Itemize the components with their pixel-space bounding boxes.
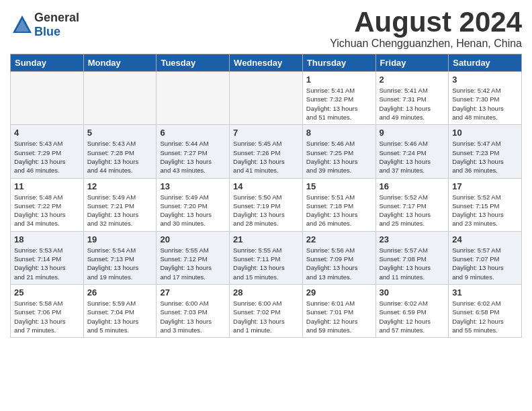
day-number: 1 xyxy=(306,75,372,85)
calendar-cell: 1Sunrise: 5:41 AMSunset: 7:32 PMDaylight… xyxy=(302,72,375,125)
day-number: 28 xyxy=(233,287,299,298)
day-info: Sunrise: 5:42 AMSunset: 7:30 PMDaylight:… xyxy=(452,86,518,122)
calendar-cell: 4Sunrise: 5:43 AMSunset: 7:29 PMDaylight… xyxy=(11,125,84,178)
col-wednesday: Wednesday xyxy=(230,54,303,72)
calendar-cell: 20Sunrise: 5:55 AMSunset: 7:12 PMDayligh… xyxy=(157,231,230,284)
calendar-cell: 16Sunrise: 5:52 AMSunset: 7:17 PMDayligh… xyxy=(375,178,449,231)
calendar-cell: 6Sunrise: 5:44 AMSunset: 7:27 PMDaylight… xyxy=(157,125,230,178)
day-info: Sunrise: 5:54 AMSunset: 7:13 PMDaylight:… xyxy=(87,246,153,281)
calendar-cell: 13Sunrise: 5:49 AMSunset: 7:20 PMDayligh… xyxy=(157,178,230,231)
day-info: Sunrise: 5:41 AMSunset: 7:32 PMDaylight:… xyxy=(306,86,372,122)
calendar-cell: 8Sunrise: 5:46 AMSunset: 7:25 PMDaylight… xyxy=(302,125,375,178)
week-row: 1Sunrise: 5:41 AMSunset: 7:32 PMDaylight… xyxy=(11,72,522,125)
calendar-cell xyxy=(230,72,303,125)
calendar-cell: 23Sunrise: 5:57 AMSunset: 7:08 PMDayligh… xyxy=(375,231,449,284)
day-info: Sunrise: 5:46 AMSunset: 7:24 PMDaylight:… xyxy=(380,139,445,175)
day-number: 23 xyxy=(380,234,445,244)
calendar-cell: 30Sunrise: 6:02 AMSunset: 6:59 PMDayligh… xyxy=(375,284,449,337)
calendar-cell: 22Sunrise: 5:56 AMSunset: 7:09 PMDayligh… xyxy=(302,231,375,284)
day-info: Sunrise: 5:59 AMSunset: 7:04 PMDaylight:… xyxy=(87,299,153,334)
calendar-cell: 18Sunrise: 5:53 AMSunset: 7:14 PMDayligh… xyxy=(11,231,84,284)
calendar-cell xyxy=(11,72,84,125)
calendar-cell: 7Sunrise: 5:45 AMSunset: 7:26 PMDaylight… xyxy=(230,125,303,178)
day-info: Sunrise: 5:45 AMSunset: 7:26 PMDaylight:… xyxy=(233,139,299,175)
calendar-cell: 3Sunrise: 5:42 AMSunset: 7:30 PMDaylight… xyxy=(449,72,522,125)
day-number: 3 xyxy=(452,75,518,85)
day-info: Sunrise: 5:49 AMSunset: 7:21 PMDaylight:… xyxy=(87,193,153,228)
page-header: General Blue August 2024 Yichuan Chenggu… xyxy=(10,7,522,50)
day-number: 16 xyxy=(380,181,445,191)
header-row: Sunday Monday Tuesday Wednesday Thursday… xyxy=(11,54,522,72)
day-info: Sunrise: 5:47 AMSunset: 7:23 PMDaylight:… xyxy=(452,139,518,175)
calendar-cell: 27Sunrise: 6:00 AMSunset: 7:03 PMDayligh… xyxy=(157,284,230,337)
day-info: Sunrise: 6:00 AMSunset: 7:03 PMDaylight:… xyxy=(160,299,226,334)
day-info: Sunrise: 5:43 AMSunset: 7:28 PMDaylight:… xyxy=(87,139,153,175)
day-number: 30 xyxy=(380,287,445,298)
title-section: August 2024 Yichuan Chengguanzhen, Henan… xyxy=(330,7,522,50)
day-info: Sunrise: 5:55 AMSunset: 7:11 PMDaylight:… xyxy=(233,246,299,281)
day-number: 24 xyxy=(452,234,518,244)
day-number: 14 xyxy=(233,181,299,191)
calendar-cell: 29Sunrise: 6:01 AMSunset: 7:01 PMDayligh… xyxy=(302,284,375,337)
logo-blue: Blue xyxy=(34,25,60,38)
day-info: Sunrise: 6:01 AMSunset: 7:01 PMDaylight:… xyxy=(306,299,372,334)
day-number: 8 xyxy=(306,128,372,138)
day-number: 15 xyxy=(306,181,372,191)
day-info: Sunrise: 5:48 AMSunset: 7:22 PMDaylight:… xyxy=(14,193,80,228)
calendar-table: Sunday Monday Tuesday Wednesday Thursday… xyxy=(10,54,522,338)
day-number: 29 xyxy=(306,287,372,298)
day-number: 11 xyxy=(14,181,80,191)
day-info: Sunrise: 5:52 AMSunset: 7:15 PMDaylight:… xyxy=(452,193,518,228)
day-number: 26 xyxy=(87,287,153,298)
calendar-cell: 26Sunrise: 5:59 AMSunset: 7:04 PMDayligh… xyxy=(83,284,157,337)
day-info: Sunrise: 5:58 AMSunset: 7:06 PMDaylight:… xyxy=(14,299,80,334)
col-monday: Monday xyxy=(83,54,157,72)
day-number: 6 xyxy=(160,128,226,138)
day-number: 5 xyxy=(87,128,153,138)
calendar-cell: 12Sunrise: 5:49 AMSunset: 7:21 PMDayligh… xyxy=(83,178,157,231)
day-number: 2 xyxy=(380,75,445,85)
calendar-cell: 17Sunrise: 5:52 AMSunset: 7:15 PMDayligh… xyxy=(449,178,522,231)
day-info: Sunrise: 5:46 AMSunset: 7:25 PMDaylight:… xyxy=(306,139,372,175)
day-info: Sunrise: 6:02 AMSunset: 6:59 PMDaylight:… xyxy=(380,299,445,334)
calendar-cell: 15Sunrise: 5:51 AMSunset: 7:18 PMDayligh… xyxy=(302,178,375,231)
col-thursday: Thursday xyxy=(302,54,375,72)
week-row: 4Sunrise: 5:43 AMSunset: 7:29 PMDaylight… xyxy=(11,125,522,178)
day-info: Sunrise: 6:00 AMSunset: 7:02 PMDaylight:… xyxy=(233,299,299,334)
week-row: 25Sunrise: 5:58 AMSunset: 7:06 PMDayligh… xyxy=(11,284,522,337)
day-info: Sunrise: 6:02 AMSunset: 6:58 PMDaylight:… xyxy=(452,299,518,334)
col-saturday: Saturday xyxy=(449,54,522,72)
day-number: 17 xyxy=(452,181,518,191)
day-number: 31 xyxy=(452,287,518,298)
day-info: Sunrise: 5:43 AMSunset: 7:29 PMDaylight:… xyxy=(14,139,80,175)
day-number: 25 xyxy=(14,287,80,298)
day-info: Sunrise: 5:55 AMSunset: 7:12 PMDaylight:… xyxy=(160,246,226,281)
calendar-cell: 11Sunrise: 5:48 AMSunset: 7:22 PMDayligh… xyxy=(11,178,84,231)
day-info: Sunrise: 5:53 AMSunset: 7:14 PMDaylight:… xyxy=(14,246,80,281)
day-number: 27 xyxy=(160,287,226,298)
day-number: 22 xyxy=(306,234,372,244)
calendar-cell: 9Sunrise: 5:46 AMSunset: 7:24 PMDaylight… xyxy=(375,125,449,178)
calendar-cell: 25Sunrise: 5:58 AMSunset: 7:06 PMDayligh… xyxy=(11,284,84,337)
calendar-cell: 19Sunrise: 5:54 AMSunset: 7:13 PMDayligh… xyxy=(83,231,157,284)
calendar-cell: 21Sunrise: 5:55 AMSunset: 7:11 PMDayligh… xyxy=(230,231,303,284)
calendar-cell xyxy=(157,72,230,125)
day-info: Sunrise: 5:49 AMSunset: 7:20 PMDaylight:… xyxy=(160,193,226,228)
calendar-cell: 28Sunrise: 6:00 AMSunset: 7:02 PMDayligh… xyxy=(230,284,303,337)
week-row: 18Sunrise: 5:53 AMSunset: 7:14 PMDayligh… xyxy=(11,231,522,284)
day-info: Sunrise: 5:41 AMSunset: 7:31 PMDaylight:… xyxy=(380,86,445,122)
day-number: 19 xyxy=(87,234,153,244)
day-number: 21 xyxy=(233,234,299,244)
calendar-cell: 10Sunrise: 5:47 AMSunset: 7:23 PMDayligh… xyxy=(449,125,522,178)
day-info: Sunrise: 5:56 AMSunset: 7:09 PMDaylight:… xyxy=(306,246,372,281)
day-number: 20 xyxy=(160,234,226,244)
calendar-cell: 2Sunrise: 5:41 AMSunset: 7:31 PMDaylight… xyxy=(375,72,449,125)
calendar-cell: 5Sunrise: 5:43 AMSunset: 7:28 PMDaylight… xyxy=(83,125,157,178)
calendar-cell: 31Sunrise: 6:02 AMSunset: 6:58 PMDayligh… xyxy=(449,284,522,337)
location: Yichuan Chengguanzhen, Henan, China xyxy=(330,38,522,50)
day-number: 10 xyxy=(452,128,518,138)
calendar-cell: 14Sunrise: 5:50 AMSunset: 7:19 PMDayligh… xyxy=(230,178,303,231)
col-friday: Friday xyxy=(375,54,449,72)
day-number: 7 xyxy=(233,128,299,138)
day-info: Sunrise: 5:51 AMSunset: 7:18 PMDaylight:… xyxy=(306,193,372,228)
